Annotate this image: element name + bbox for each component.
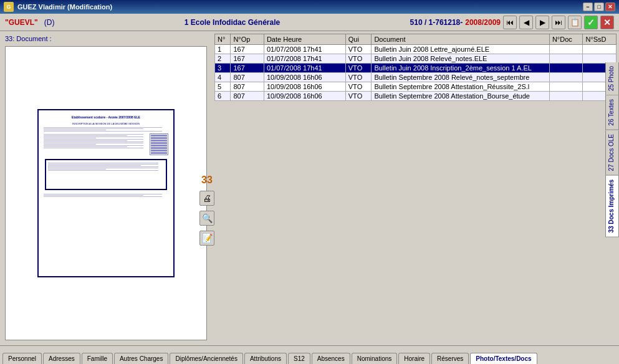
bottom-tab-adresses[interactable]: Adresses <box>43 353 80 364</box>
cell-document: Bulletin Juin 2008 Inscription_2ème_sess… <box>372 64 550 73</box>
nav-last-button[interactable]: ⏭ <box>552 16 565 29</box>
cell-qui: VTO <box>345 92 372 101</box>
vtab-docs-ole[interactable]: 27 Docs OLE <box>605 130 619 175</box>
cell-nop: 807 <box>231 82 264 92</box>
cell-date: 10/09/2008 16h06 <box>264 73 345 82</box>
table-row[interactable]: 3 167 01/07/2008 17h41 VTO Bulletin Juin… <box>215 64 617 73</box>
cell-n: 3 <box>215 64 231 73</box>
bottom-tab-s12[interactable]: S12 <box>288 353 310 364</box>
cell-nop: 167 <box>231 64 264 73</box>
maximize-button[interactable]: □ <box>594 2 604 11</box>
col-header-nop: N°Op <box>231 34 264 45</box>
cell-ndoc <box>549 54 583 64</box>
table-row[interactable]: 4 807 10/09/2008 16h06 VTO Bulletin Sept… <box>215 73 617 82</box>
cancel-button[interactable]: ✕ <box>600 16 614 29</box>
edit-button[interactable]: 📝 <box>199 231 214 246</box>
document-preview: Etablissement scolaire - Année 2007/2008… <box>5 46 207 340</box>
cell-ndoc <box>549 64 583 73</box>
school-year: 2008/2009 <box>465 18 501 27</box>
cell-n: 5 <box>215 82 231 92</box>
app-icon: G <box>4 2 14 12</box>
bottom-tab-dipl-mes-anciennet-s[interactable]: Diplômes/Anciennetés <box>170 353 243 364</box>
bottom-tab-autres-charges[interactable]: Autres Charges <box>114 353 168 364</box>
main-content: 33: Document : Etablissement scolaire - … <box>0 31 619 345</box>
col-header-n: N° <box>215 34 231 45</box>
col-header-nssd: N°SsD <box>583 34 617 45</box>
col-header-qui: Qui <box>345 34 372 45</box>
cell-qui: VTO <box>345 73 372 82</box>
search-button[interactable]: 🔍 <box>199 211 214 226</box>
cell-date: 01/07/2008 17h41 <box>264 45 345 54</box>
cell-nop: 807 <box>231 92 264 101</box>
cell-document: Bulletin Septembre 2008 Attestation_Bour… <box>372 92 550 101</box>
cell-qui: VTO <box>345 54 372 64</box>
table-row[interactable]: 2 167 01/07/2008 17h41 VTO Bulletin Juin… <box>215 54 617 64</box>
print-button[interactable]: 🖨 <box>199 191 214 206</box>
table-row[interactable]: 6 807 10/09/2008 16h06 VTO Bulletin Sept… <box>215 92 617 101</box>
side-number: 33 <box>201 175 213 186</box>
table-row[interactable]: 1 167 01/07/2008 17h41 VTO Bulletin Juin… <box>215 45 617 54</box>
copy-button[interactable]: 📋 <box>568 16 582 29</box>
bottom-tab-horaire[interactable]: Horaire <box>398 353 430 364</box>
minimize-button[interactable]: − <box>583 2 593 11</box>
cell-n: 4 <box>215 73 231 82</box>
bottom-tab-r-serves[interactable]: Réserves <box>431 353 469 364</box>
cell-document: Bulletin Juin 2008 Lettre_ajourné.ELE <box>372 45 550 54</box>
record-number: 510 / 1-761218- <box>410 18 463 27</box>
bottom-tab-personnel[interactable]: Personnel <box>2 353 42 364</box>
window-title: GUEZ Vladimir (Modification) <box>17 3 112 11</box>
col-header-date: Date Heure <box>264 34 345 45</box>
cell-nop: 807 <box>231 73 264 82</box>
cell-nop: 167 <box>231 54 264 64</box>
cell-document: Bulletin Septembre 2008 Attestation_Réus… <box>372 82 550 92</box>
cell-n: 6 <box>215 92 231 101</box>
bottom-tab-nominations[interactable]: Nominations <box>352 353 398 364</box>
cell-n: 2 <box>215 54 231 64</box>
record-type: (D) <box>44 18 55 27</box>
bottom-tab-absences[interactable]: Absences <box>312 353 350 364</box>
col-header-ndoc: N°Doc <box>549 34 583 45</box>
nav-next-button[interactable]: ▶ <box>535 16 549 29</box>
cell-qui: VTO <box>345 82 372 92</box>
school-name: 1 Ecole Infodidac Générale <box>54 18 410 27</box>
cell-ndoc <box>549 45 583 54</box>
cell-ndoc <box>549 82 583 92</box>
table-row[interactable]: 5 807 10/09/2008 16h06 VTO Bulletin Sept… <box>215 82 617 92</box>
right-panel: N° N°Op Date Heure Qui Document N°Doc N°… <box>212 31 619 345</box>
vtab-photo[interactable]: 25 Photo <box>605 62 619 95</box>
ok-button[interactable]: ✓ <box>584 16 598 29</box>
cell-n: 1 <box>215 45 231 54</box>
bottom-tab-photo-textes-docs[interactable]: Photo/Textes/Docs <box>470 353 537 364</box>
cell-document: Bulletin Septembre 2008 Relevé_notes_sep… <box>372 73 550 82</box>
col-header-document: Document <box>372 34 550 45</box>
cell-qui: VTO <box>345 45 372 54</box>
cell-date: 10/09/2008 16h06 <box>264 92 345 101</box>
cell-ndoc <box>549 73 583 82</box>
cell-nop: 167 <box>231 45 264 54</box>
cell-date: 01/07/2008 17h41 <box>264 64 345 73</box>
bottom-tab-attributions[interactable]: Attributions <box>244 353 287 364</box>
vertical-tabs: 25 Photo 26 Textes 27 Docs OLE 33 Docs I… <box>605 62 619 237</box>
nav-prev-button[interactable]: ◀ <box>519 16 533 29</box>
documents-table: N° N°Op Date Heure Qui Document N°Doc N°… <box>214 34 617 101</box>
cell-ndoc <box>549 92 583 101</box>
record-code: "GUEVL" <box>5 18 38 27</box>
nav-first-button[interactable]: ⏮ <box>503 16 517 29</box>
cell-document: Bulletin Juin 2008 Relevé_notes.ELE <box>372 54 550 64</box>
vtab-docs-imprimes[interactable]: 33 Docs Imprimés <box>605 175 619 237</box>
cell-qui: VTO <box>345 64 372 73</box>
toolbar: "GUEVL" (D) 1 Ecole Infodidac Générale 5… <box>0 14 619 31</box>
section-label: 33: Document : <box>2 34 209 44</box>
title-bar: G GUEZ Vladimir (Modification) − □ ✕ <box>0 0 619 14</box>
bottom-tabs: PersonnelAdressesFamilleAutres ChargesDi… <box>0 345 619 364</box>
close-button[interactable]: ✕ <box>605 2 615 11</box>
vtab-textes[interactable]: 26 Textes <box>605 95 619 130</box>
bottom-tab-famille[interactable]: Famille <box>82 353 113 364</box>
cell-nssd <box>583 45 617 54</box>
left-panel: 33: Document : Etablissement scolaire - … <box>0 31 212 345</box>
side-panel: 33 🖨 🔍 📝 <box>199 175 214 246</box>
cell-date: 01/07/2008 17h41 <box>264 54 345 64</box>
document-inner: Etablissement scolaire - Année 2007/2008… <box>37 109 175 277</box>
cell-date: 10/09/2008 16h06 <box>264 82 345 92</box>
